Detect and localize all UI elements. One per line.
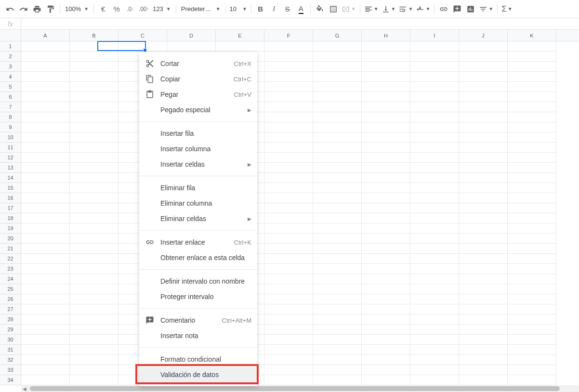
cell[interactable]: [313, 143, 362, 153]
cell[interactable]: [508, 375, 556, 385]
cell[interactable]: [70, 345, 118, 355]
cell[interactable]: [362, 62, 410, 72]
cell[interactable]: [264, 102, 313, 112]
cell[interactable]: [313, 213, 362, 223]
filter-button[interactable]: ▼: [478, 3, 494, 15]
cell[interactable]: [459, 92, 508, 102]
cell[interactable]: [70, 365, 118, 375]
increase-decimal-button[interactable]: .00↑: [137, 3, 150, 15]
cell[interactable]: [362, 213, 410, 223]
cell[interactable]: [313, 173, 362, 183]
text-wrap-button[interactable]: ▼: [397, 3, 414, 15]
row-header[interactable]: 4: [0, 72, 21, 82]
cm-delete-row[interactable]: Eliminar fila: [139, 180, 257, 196]
column-header[interactable]: F: [264, 30, 313, 41]
cell[interactable]: [508, 213, 556, 223]
cell[interactable]: [70, 62, 118, 72]
cell[interactable]: [21, 203, 70, 213]
cell[interactable]: [362, 304, 410, 314]
cell[interactable]: [313, 335, 362, 345]
merge-cells-button[interactable]: ▼: [341, 3, 357, 15]
cell[interactable]: [21, 183, 70, 193]
cm-insert-link[interactable]: Insertar enlace Ctrl+K: [139, 235, 257, 250]
row-header[interactable]: 23: [0, 264, 21, 274]
cell[interactable]: [459, 365, 508, 375]
cell[interactable]: [264, 92, 313, 102]
row-header[interactable]: 20: [0, 234, 21, 244]
cell[interactable]: [410, 335, 459, 345]
formula-input[interactable]: [21, 18, 579, 29]
percent-button[interactable]: %: [110, 3, 123, 15]
cell[interactable]: [362, 92, 410, 102]
cell[interactable]: [70, 254, 118, 264]
row-header[interactable]: 21: [0, 244, 21, 254]
cm-insert-note[interactable]: Insertar nota: [139, 328, 257, 343]
cell[interactable]: [21, 244, 70, 254]
cell[interactable]: [70, 132, 118, 143]
cell[interactable]: [264, 365, 313, 375]
cell[interactable]: [362, 365, 410, 375]
cell[interactable]: [459, 82, 508, 92]
insert-link-button[interactable]: [437, 3, 450, 15]
cell[interactable]: [410, 132, 459, 143]
cm-cut[interactable]: Cortar Ctrl+X: [139, 56, 257, 71]
cell[interactable]: [508, 153, 556, 163]
cell[interactable]: [508, 143, 556, 153]
zoom-selector[interactable]: 100%▼: [63, 5, 91, 13]
cell[interactable]: [508, 102, 556, 112]
cell[interactable]: [508, 314, 556, 325]
cell[interactable]: [459, 183, 508, 193]
cell[interactable]: [313, 264, 362, 274]
cell[interactable]: [70, 173, 118, 183]
cell[interactable]: [459, 143, 508, 153]
cell[interactable]: [313, 112, 362, 122]
cell[interactable]: [21, 294, 70, 304]
cell[interactable]: [70, 193, 118, 203]
cell[interactable]: [362, 143, 410, 153]
cell[interactable]: [410, 375, 459, 385]
cell[interactable]: [459, 325, 508, 335]
cell[interactable]: [362, 132, 410, 143]
cell[interactable]: [508, 52, 556, 62]
cell[interactable]: [508, 345, 556, 355]
cell[interactable]: [362, 284, 410, 294]
cell[interactable]: [459, 314, 508, 325]
cell[interactable]: [70, 274, 118, 284]
cell[interactable]: [459, 284, 508, 294]
cell[interactable]: [264, 153, 313, 163]
cell[interactable]: [313, 193, 362, 203]
cell[interactable]: [459, 335, 508, 345]
cell[interactable]: [21, 52, 70, 62]
cm-data-validation[interactable]: Validación de datos: [139, 367, 257, 382]
strikethrough-button[interactable]: S: [281, 3, 294, 15]
cell[interactable]: [410, 234, 459, 244]
scroll-left-icon[interactable]: ◀: [21, 385, 28, 392]
cell[interactable]: [21, 223, 70, 234]
cell[interactable]: [21, 143, 70, 153]
cell[interactable]: [362, 82, 410, 92]
column-header[interactable]: E: [216, 30, 264, 41]
cell[interactable]: [459, 62, 508, 72]
cell[interactable]: [362, 294, 410, 304]
cell[interactable]: [459, 153, 508, 163]
row-header[interactable]: 19: [0, 223, 21, 234]
cell[interactable]: [459, 132, 508, 143]
cell[interactable]: [70, 102, 118, 112]
cell[interactable]: [508, 325, 556, 335]
cell[interactable]: [410, 264, 459, 274]
cell[interactable]: [362, 345, 410, 355]
text-rotation-button[interactable]: ▼: [415, 3, 431, 15]
cell[interactable]: [362, 122, 410, 132]
row-header[interactable]: 13: [0, 163, 21, 173]
cell[interactable]: [410, 203, 459, 213]
cell[interactable]: [264, 223, 313, 234]
cell[interactable]: [70, 244, 118, 254]
cell[interactable]: [313, 355, 362, 365]
cell[interactable]: [21, 213, 70, 223]
cell[interactable]: [362, 264, 410, 274]
cell[interactable]: [264, 284, 313, 294]
horizontal-align-button[interactable]: ▼: [363, 3, 380, 15]
cell[interactable]: [21, 314, 70, 325]
paint-format-button[interactable]: [44, 3, 57, 15]
column-header[interactable]: K: [508, 30, 556, 41]
